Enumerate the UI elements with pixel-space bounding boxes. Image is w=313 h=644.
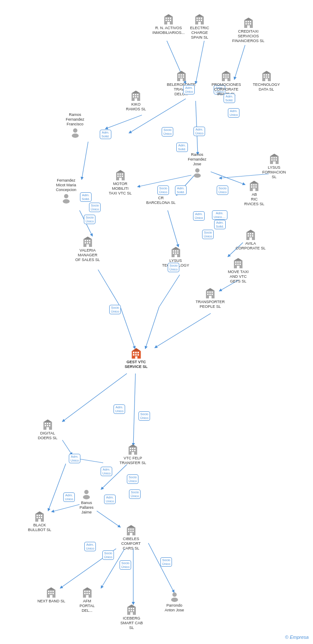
svg-rect-57 xyxy=(247,25,250,28)
badge-adm-unico-cr2[interactable]: Adm.Único xyxy=(193,211,205,221)
node-electric-charge[interactable]: ELECTRICCHARGESPAIN SL xyxy=(190,13,209,39)
svg-marker-94 xyxy=(132,91,140,93)
badge-socio-unico-cibeles2[interactable]: SocioÚnico xyxy=(120,560,131,570)
label-electric-charge: ELECTRICCHARGESPAIN SL xyxy=(190,26,209,39)
badge-adm-unico-ramos-j[interactable]: Adm.Único xyxy=(193,127,205,136)
node-cibeles-comfort[interactable]: CIBELESCOMFORTCARS SL xyxy=(121,524,141,550)
badge-socio-unico-parrondo[interactable]: SocioÚnico xyxy=(160,557,172,567)
badge-adm-solid-motor[interactable]: Adm.Solid. xyxy=(175,185,187,195)
building-icon-belerofonte xyxy=(175,70,188,82)
svg-rect-115 xyxy=(120,176,121,177)
node-move-taxi[interactable]: MOVE TAXIAND VTCGETS SL xyxy=(228,257,249,283)
svg-rect-243 xyxy=(131,610,132,611)
badge-socio-unico-belerofonte[interactable]: SocioÚnico xyxy=(162,127,173,137)
svg-rect-230 xyxy=(84,591,86,592)
building-icon-cibeles-comfort xyxy=(125,524,138,537)
badge-socio-unico-ab[interactable]: SocioÚnico xyxy=(217,185,228,195)
svg-marker-76 xyxy=(222,71,230,73)
badge-adm-unico-digital[interactable]: Adm.Unico xyxy=(69,454,80,463)
svg-rect-66 xyxy=(180,79,183,81)
svg-rect-208 xyxy=(41,517,42,518)
svg-point-95 xyxy=(73,128,77,133)
node-gest-vtc[interactable]: GEST VTCSERVICE SL xyxy=(125,347,147,369)
node-ramos-francisco[interactable]: RamosFernandezFrancisco xyxy=(66,112,84,139)
node-ramos-jose[interactable]: RamosFernandezJose xyxy=(188,152,206,179)
node-black-bullbot[interactable]: BLACKBULLBOT SL xyxy=(28,510,51,532)
badge-adm-solid-avila[interactable]: Adm.Solid. xyxy=(214,220,226,229)
svg-rect-100 xyxy=(271,157,273,158)
node-transporter-people[interactable]: TRANSPORTERPEOPLE SL xyxy=(196,287,225,309)
badge-socio-unico-fernandez[interactable]: SocioÚnico xyxy=(89,203,101,212)
badge-adm-unico-cibeles[interactable]: Adm.Unico xyxy=(84,542,96,551)
node-rn-activos[interactable]: R. N. ACTIVOS INMOBILIARIOS... xyxy=(151,13,186,35)
badge-socio-unico-main1[interactable]: SocioÚnico xyxy=(109,305,121,314)
badge-adm-unico-gest[interactable]: Adm.Unico xyxy=(114,404,125,414)
badge-adm-unico-banus[interactable]: Adm.Unico xyxy=(104,495,116,504)
svg-marker-145 xyxy=(172,247,180,249)
badge-adm-unico-black[interactable]: Adm.Unico xyxy=(63,492,75,502)
node-lysus-formacion[interactable]: LYSUSFORMACIONSL xyxy=(262,152,286,179)
badge-socio-unico-cibeles[interactable]: SocioÚnico xyxy=(102,550,114,560)
svg-rect-70 xyxy=(225,74,227,76)
node-iceberg-smart[interactable]: ICEBERGSMART CABSL xyxy=(120,603,143,630)
node-banus-pallares[interactable]: BanusPallaresJaime xyxy=(80,488,94,514)
svg-rect-48 xyxy=(198,22,201,24)
badge-adm-solid-fernandez[interactable]: Adm.Solid. xyxy=(80,192,92,202)
badge-adm-solid-ramos-f[interactable]: Adm.Solid. xyxy=(100,130,111,139)
label-ab-ric: ABRICRVICES SL xyxy=(244,192,264,206)
node-parrondo[interactable]: ParrondoAnton Jose xyxy=(165,590,184,613)
badge-socio-unico-gest[interactable]: SocioÚnico xyxy=(138,411,150,421)
person-icon-ramos-francisco xyxy=(69,126,82,139)
svg-rect-161 xyxy=(239,264,241,265)
svg-marker-237 xyxy=(83,587,92,590)
svg-rect-148 xyxy=(250,233,251,234)
badge-socio-unico-lysustech[interactable]: SocioÚnico xyxy=(168,263,179,272)
node-kiko-ramos[interactable]: KIKORAMOS SL xyxy=(126,89,146,112)
svg-marker-181 xyxy=(132,348,141,351)
badge-socio-unico-avila2[interactable]: SocioÚnico xyxy=(202,230,214,239)
node-valeria-manager[interactable]: VALERIAMANAGEROF SALES SL xyxy=(75,235,100,262)
badge-socio-unico-vtcfelp[interactable]: SocioÚnico xyxy=(129,489,141,499)
building-icon-motor-mobiliti xyxy=(114,169,127,182)
node-technology-data[interactable]: TECHNOLOGYDATA SL xyxy=(253,70,280,92)
node-creditaxi[interactable]: CREDITAXISERVICIOSFINANCIEROS SL xyxy=(232,16,264,43)
svg-rect-189 xyxy=(46,427,49,430)
badge-socio-unico-motor[interactable]: SocioÚnico xyxy=(157,185,169,195)
svg-marker-190 xyxy=(43,419,52,422)
badge-socio-unico-vtcsmall[interactable]: SocioÚnico xyxy=(127,474,138,484)
badge-socio-unico-valeria[interactable]: SocioÚnico xyxy=(84,215,95,224)
svg-rect-143 xyxy=(177,252,178,254)
svg-line-16 xyxy=(120,307,135,349)
svg-rect-195 xyxy=(130,450,131,451)
svg-rect-54 xyxy=(245,23,247,24)
svg-rect-53 xyxy=(250,21,251,22)
badge-adm-unico-vtcfelp[interactable]: Adm.Unico xyxy=(101,467,112,476)
svg-rect-34 xyxy=(168,18,169,19)
node-avila-corporate[interactable]: AVILACORPORATE SL xyxy=(236,228,266,251)
svg-rect-142 xyxy=(175,252,176,254)
badge-adm-unico-belerofonte[interactable]: Adm.Único xyxy=(183,85,195,94)
badge-adm-solid-promo[interactable]: Adm.Solid. xyxy=(224,94,235,103)
building-icon-avila-corporate xyxy=(244,228,257,241)
label-avila-corporate: AVILACORPORATE SL xyxy=(236,241,266,251)
svg-rect-52 xyxy=(248,21,249,22)
node-afm-portal[interactable]: AFMPORTALDEL... xyxy=(80,586,95,613)
svg-rect-93 xyxy=(135,98,137,101)
svg-rect-117 xyxy=(119,178,122,180)
svg-rect-204 xyxy=(39,515,40,516)
node-ab-ric[interactable]: ABRICRVICES SL xyxy=(244,179,264,206)
badge-adm-unico-promo2[interactable]: Adm.Unico xyxy=(228,108,239,118)
node-promociones[interactable]: PROMOCIONESCORPORATEIRIA 75 SL xyxy=(212,70,241,96)
svg-rect-121 xyxy=(253,184,255,185)
node-cr-barcelona[interactable]: CRBARCELONA SL xyxy=(146,196,176,205)
badge-adm-solid-bel2[interactable]: Adm.Solid. xyxy=(176,143,188,152)
svg-rect-167 xyxy=(212,292,213,293)
svg-rect-239 xyxy=(129,608,130,609)
svg-point-98 xyxy=(194,173,201,178)
badge-adm-unico-avila[interactable]: Adm.Unico.... xyxy=(212,210,227,220)
node-fernandez-micot[interactable]: FernandezMicot MariaConcepcion xyxy=(56,178,77,205)
node-digital-doers[interactable]: DIGITALDOERS SL xyxy=(38,418,58,440)
node-next-band[interactable]: NEXT BAND SL xyxy=(37,586,65,604)
node-motor-mobiliti[interactable]: MOTORMOBILITITAXI VTC SL xyxy=(109,169,132,195)
node-vtc-felp[interactable]: VTC FELPTRANSFER SL xyxy=(120,443,146,465)
